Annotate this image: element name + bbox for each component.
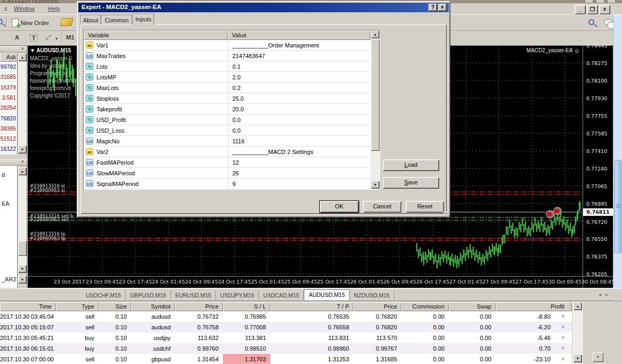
scroll-down-icon[interactable]: ▼: [573, 354, 582, 362]
scrollbar-thumb[interactable]: [371, 39, 379, 151]
ask-column-header[interactable]: Ask: [0, 53, 18, 62]
close-trade-icon[interactable]: ×: [561, 356, 564, 362]
variable-column-header[interactable]: Variable: [84, 30, 228, 40]
terminal-column-header[interactable]: Commission: [401, 302, 449, 311]
text-label-tool[interactable]: T: [30, 34, 38, 42]
param-value[interactable]: 2147483647: [232, 53, 265, 59]
chart-tab[interactable]: AUDUSD,M15: [304, 289, 350, 300]
chart-close-button[interactable]: ×: [599, 5, 610, 14]
scroll-up-icon[interactable]: ▲: [18, 53, 27, 61]
param-value[interactable]: 12: [232, 159, 239, 166]
param-value[interactable]: 1116: [232, 138, 245, 144]
cancel-button[interactable]: Cancel: [363, 201, 401, 213]
table-row[interactable]: 2017.10.30 06:15:01buy0.10usdchf0.997600…: [0, 343, 572, 354]
param-value[interactable]: 25.0: [232, 95, 244, 102]
close-trade-icon[interactable]: ×: [561, 324, 564, 330]
param-value[interactable]: 9: [232, 181, 236, 187]
terminal-column-header[interactable]: Symbol: [131, 302, 175, 311]
reset-button[interactable]: Reset: [406, 201, 444, 213]
search-icon[interactable]: [0, 19, 3, 25]
param-value[interactable]: 0.0: [232, 117, 240, 123]
scrollbar-thumb[interactable]: [18, 241, 27, 256]
dropdown-icon[interactable]: ▼: [18, 276, 27, 284]
chart-tab[interactable]: USDJPY,M15: [216, 290, 259, 300]
chart-minimize-button[interactable]: _: [575, 5, 586, 14]
param-value[interactable]: 0.2: [232, 85, 240, 91]
window-scrollbar[interactable]: [613, 15, 622, 313]
scroll-up-icon[interactable]: ▲: [18, 167, 27, 175]
chat-icon[interactable]: [604, 19, 612, 25]
input-row[interactable]: abVar2___________MACD 2 Settings: [84, 147, 370, 157]
market-watch-price[interactable]: 76820: [0, 114, 17, 124]
input-row[interactable]: 123SlowMAPeriod26: [84, 168, 370, 179]
terminal-column-header[interactable]: Profit: [496, 302, 572, 311]
param-value[interactable]: 20.0: [232, 106, 244, 112]
terminal-column-header[interactable]: Time: [0, 302, 56, 311]
close-trade-icon[interactable]: ×: [561, 335, 564, 341]
market-watch-price[interactable]: 99782: [0, 62, 17, 72]
input-row[interactable]: ½LotsMP2.0: [84, 72, 370, 83]
navigator-item[interactable]: _AR2: [2, 276, 17, 282]
input-row[interactable]: 123SignalMAPeriod9: [84, 179, 370, 189]
market-watch-price[interactable]: 31685: [0, 72, 17, 82]
ok-button[interactable]: OK: [320, 201, 359, 213]
scroll-down-icon[interactable]: ▼: [18, 265, 27, 273]
grid-scrollbar[interactable]: ▲ ▼: [370, 30, 379, 189]
param-value[interactable]: ___________Order Management: [232, 42, 319, 48]
input-row[interactable]: ½USD_Profit0.0: [84, 115, 370, 125]
zoom-icon[interactable]: [588, 19, 594, 25]
input-row[interactable]: 123MaxTrades2147483647: [84, 51, 370, 61]
scroll-up-icon[interactable]: ▲: [573, 302, 582, 310]
terminal-column-header[interactable]: Type: [56, 302, 99, 311]
terminal-column-header[interactable]: T / P: [270, 302, 353, 311]
dialog-title-bar[interactable]: Expert - MACD2_yasser-EA ? ×: [78, 3, 449, 12]
market-watch-price[interactable]: 28254: [0, 103, 17, 113]
table-row[interactable]: 2017.10.30 05:15:07sell0.10audusd0.76758…: [0, 322, 572, 333]
terminal-column-header[interactable]: Price: [353, 302, 401, 311]
param-value[interactable]: ___________MACD 2 Settings: [232, 149, 313, 155]
close-icon[interactable]: ×: [20, 159, 26, 165]
param-value[interactable]: 0.1: [232, 63, 240, 70]
table-row[interactable]: 2017.10.30 07:00:00sell0.10gbpusd1.31454…: [0, 354, 572, 364]
table-row[interactable]: 2017.10.30 05:45:21buy0.10usdjpy113.6321…: [0, 333, 572, 343]
scroll-down-icon[interactable]: ▼: [18, 145, 27, 153]
input-row[interactable]: 123MagicNo1116: [84, 136, 370, 147]
terminal-scrollbar[interactable]: ▲ ▼: [572, 302, 583, 364]
menu-item-window[interactable]: Window: [14, 5, 35, 12]
text-a-tool[interactable]: A: [15, 34, 19, 41]
close-icon[interactable]: ×: [20, 46, 26, 52]
menu-item-tail[interactable]: s: [4, 5, 7, 12]
navigator-item[interactable]: EA: [2, 200, 10, 207]
tab-scroll-arrows[interactable]: ◂▸: [599, 292, 612, 297]
dropdown-icon[interactable]: ▾: [593, 352, 603, 362]
market-watch-price[interactable]: 38385: [0, 124, 17, 134]
input-row[interactable]: ½Takeprofit20.0: [84, 104, 370, 115]
chart-tab[interactable]: USDCHF,M15: [82, 290, 126, 300]
resize-grip[interactable]: [443, 210, 449, 216]
input-row[interactable]: ½USD_Loss0.0: [84, 125, 370, 136]
cursor-tool-icon[interactable]: ⤢: [46, 34, 54, 41]
input-row[interactable]: 123FastMAPeriod12: [84, 157, 370, 168]
chart-tab[interactable]: USDCAD,M15: [259, 290, 304, 300]
menu-item-help[interactable]: Help: [48, 5, 60, 12]
expert-advisors-icon[interactable]: [60, 18, 74, 26]
close-trade-icon[interactable]: ×: [561, 313, 564, 319]
scrollbar-track[interactable]: [18, 61, 27, 145]
market-watch-price[interactable]: 16122: [0, 144, 17, 154]
market-watch-price[interactable]: 51512: [0, 134, 17, 144]
chevron-down-icon[interactable]: ▾: [55, 36, 58, 41]
load-button[interactable]: Load: [383, 159, 439, 171]
market-watch-price[interactable]: 16379: [0, 83, 17, 93]
close-trade-icon[interactable]: ×: [561, 345, 564, 351]
param-value[interactable]: 2.0: [232, 74, 240, 80]
terminal-column-header[interactable]: Size: [99, 302, 131, 311]
chart-restore-button[interactable]: ❐: [587, 5, 598, 14]
param-value[interactable]: 26: [232, 170, 239, 176]
timeframe-m1-button[interactable]: M1: [66, 34, 74, 41]
chart-tab[interactable]: GBPUSD,M15: [126, 290, 171, 300]
help-icon[interactable]: ?: [429, 4, 437, 11]
param-value[interactable]: 0.0: [232, 127, 240, 134]
chart-tab[interactable]: NZDUSD,M15: [350, 290, 394, 300]
save-button[interactable]: Save: [383, 177, 439, 189]
input-row[interactable]: ½Stoploss25.0: [84, 93, 370, 104]
